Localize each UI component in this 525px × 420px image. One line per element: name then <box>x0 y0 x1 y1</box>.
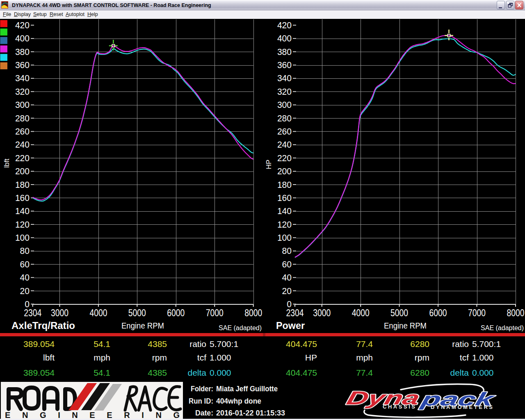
svg-text:360: 360 <box>15 60 30 70</box>
svg-text:380: 380 <box>15 47 30 57</box>
svg-text:180: 180 <box>277 180 292 190</box>
svg-text:340: 340 <box>277 73 292 83</box>
svg-text:SAE (adapted): SAE (adapted) <box>219 324 262 331</box>
svg-text:20: 20 <box>20 286 30 296</box>
svg-text:240: 240 <box>277 139 292 150</box>
svg-text:5000: 5000 <box>390 308 408 318</box>
svg-text:8000: 8000 <box>244 308 262 318</box>
svg-text:Miata Jeff Guillotte: Miata Jeff Guillotte <box>216 385 278 393</box>
svg-text:7000: 7000 <box>468 308 486 318</box>
svg-text:4000: 4000 <box>89 308 107 318</box>
svg-text:Engine RPM: Engine RPM <box>384 321 427 330</box>
svg-text:40: 40 <box>20 272 30 283</box>
svg-text:120: 120 <box>277 219 292 230</box>
svg-text:2016-01-22 01:15:33: 2016-01-22 01:15:33 <box>216 409 285 417</box>
svg-text:160: 160 <box>15 193 30 203</box>
svg-text:3000: 3000 <box>313 308 331 318</box>
svg-text:420: 420 <box>277 20 292 30</box>
svg-text:60: 60 <box>20 259 30 269</box>
svg-text:140: 140 <box>15 206 30 216</box>
svg-text:6000: 6000 <box>429 308 447 318</box>
svg-text:2304: 2304 <box>24 308 41 318</box>
svg-text:320: 320 <box>277 87 292 97</box>
svg-text:320: 320 <box>15 87 30 97</box>
svg-text:Date:: Date: <box>195 409 213 417</box>
svg-text:Folder:: Folder: <box>191 385 213 393</box>
svg-text:420: 420 <box>15 20 30 30</box>
svg-text:400: 400 <box>277 33 292 43</box>
svg-text:220: 220 <box>15 153 30 163</box>
svg-text:ENGINEERING: ENGINEERING <box>5 411 180 419</box>
svg-text:380: 380 <box>277 47 292 57</box>
svg-text:3000: 3000 <box>51 308 68 318</box>
svg-text:80: 80 <box>282 246 292 256</box>
svg-text:160: 160 <box>277 193 292 203</box>
svg-text:240: 240 <box>15 139 30 150</box>
svg-text:8000: 8000 <box>507 308 525 318</box>
svg-text:5000: 5000 <box>128 308 146 318</box>
svg-text:120: 120 <box>15 219 30 230</box>
svg-text:100: 100 <box>15 233 30 243</box>
svg-text:7000: 7000 <box>206 308 224 318</box>
svg-text:100: 100 <box>277 233 292 243</box>
svg-text:404whp done: 404whp done <box>216 397 261 405</box>
svg-text:Run ID:: Run ID: <box>189 397 213 405</box>
svg-text:260: 260 <box>277 126 292 137</box>
svg-text:AxleTrq/Ratio: AxleTrq/Ratio <box>11 320 75 331</box>
svg-text:6000: 6000 <box>167 308 185 318</box>
svg-text:280: 280 <box>15 113 30 123</box>
svg-text:40: 40 <box>282 272 292 283</box>
svg-text:180: 180 <box>15 180 30 190</box>
svg-text:400: 400 <box>15 33 30 43</box>
svg-text:260: 260 <box>15 126 30 137</box>
svg-text:300: 300 <box>15 100 30 110</box>
svg-text:200: 200 <box>15 166 30 176</box>
svg-text:140: 140 <box>277 206 292 216</box>
svg-text:360: 360 <box>277 60 292 70</box>
svg-text:200: 200 <box>277 166 292 176</box>
svg-text:Engine RPM: Engine RPM <box>121 321 164 330</box>
svg-text:Power: Power <box>276 320 305 331</box>
svg-text:60: 60 <box>282 259 292 269</box>
svg-text:220: 220 <box>277 153 292 163</box>
svg-text:20: 20 <box>282 286 292 296</box>
svg-text:SAE (adapted): SAE (adapted) <box>481 324 524 331</box>
svg-text:80: 80 <box>20 246 30 256</box>
svg-text:2304: 2304 <box>286 308 304 318</box>
svg-text:300: 300 <box>277 100 292 110</box>
svg-text:4000: 4000 <box>352 308 370 318</box>
svg-text:340: 340 <box>15 73 30 83</box>
svg-text:HP: HP <box>265 160 273 169</box>
svg-text:280: 280 <box>277 113 292 123</box>
svg-text:lbft: lbft <box>3 158 11 168</box>
